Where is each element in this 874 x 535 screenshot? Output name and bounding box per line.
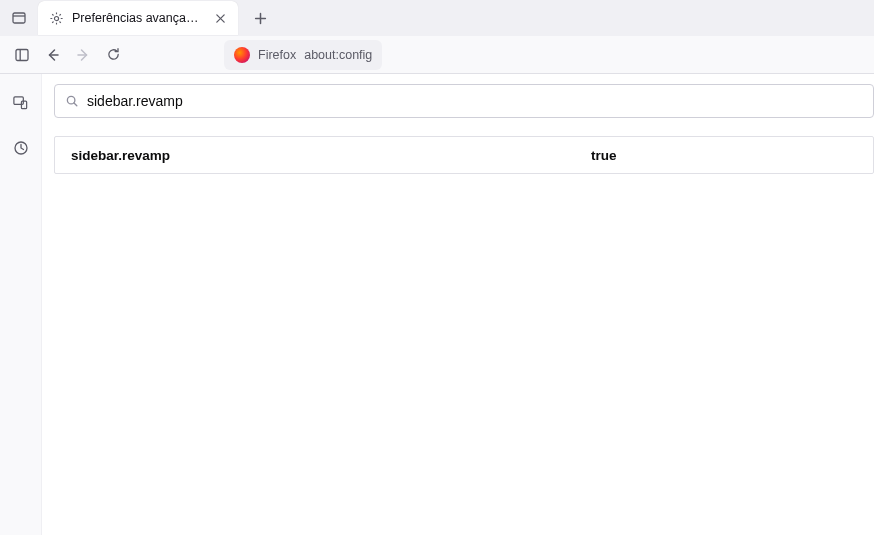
- gear-icon: [48, 10, 64, 26]
- svg-line-16: [74, 103, 77, 106]
- svg-rect-7: [16, 49, 28, 60]
- nav-toolbar: Firefox about:config: [0, 36, 874, 74]
- tab-label: Preferências avançadas: [72, 11, 200, 25]
- url-text: about:config: [304, 48, 372, 62]
- pref-name: sidebar.revamp: [71, 148, 591, 163]
- url-bar[interactable]: Firefox about:config: [224, 40, 382, 70]
- pref-search-box[interactable]: [54, 84, 874, 118]
- pref-row[interactable]: sidebar.revamp true: [55, 137, 873, 173]
- svg-rect-0: [13, 13, 25, 23]
- pref-search-input[interactable]: [87, 93, 863, 109]
- back-button[interactable]: [38, 40, 68, 70]
- sidebar: [0, 74, 42, 535]
- reload-button[interactable]: [98, 40, 128, 70]
- search-icon: [65, 94, 79, 108]
- sidebar-item-synced-tabs[interactable]: [7, 88, 35, 116]
- window-menu-button[interactable]: [8, 7, 30, 29]
- titlebar: Preferências avançadas: [0, 0, 874, 36]
- forward-button[interactable]: [68, 40, 98, 70]
- pref-results: sidebar.revamp true: [54, 136, 874, 174]
- pref-value: true: [591, 148, 617, 163]
- svg-point-2: [54, 16, 58, 20]
- tab-active[interactable]: Preferências avançadas: [38, 1, 238, 35]
- sidebar-item-history[interactable]: [7, 134, 35, 162]
- firefox-icon: [234, 47, 250, 63]
- new-tab-button[interactable]: [246, 4, 274, 32]
- about-config-content: sidebar.revamp true: [42, 74, 874, 535]
- close-tab-button[interactable]: [210, 8, 230, 28]
- sidebar-toggle-button[interactable]: [7, 40, 37, 70]
- identity-label: Firefox: [258, 48, 296, 62]
